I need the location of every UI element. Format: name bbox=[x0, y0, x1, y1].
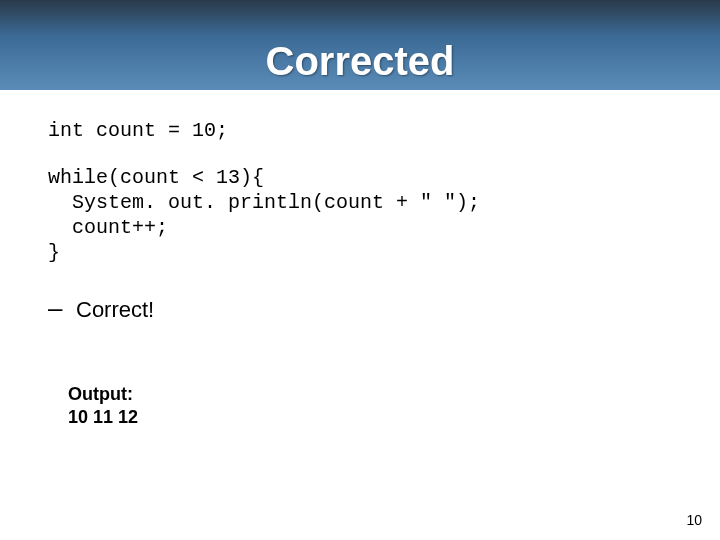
code-line-declaration: int count = 10; bbox=[48, 118, 672, 143]
bullet-text: Correct! bbox=[76, 297, 154, 323]
bullet-dash-icon: – bbox=[48, 295, 76, 321]
slide-header: Corrected bbox=[0, 0, 720, 90]
bullet-correct: – Correct! bbox=[48, 295, 672, 323]
output-values: 10 11 12 bbox=[68, 406, 672, 429]
code-block-while: while(count < 13){ System. out. println(… bbox=[48, 165, 672, 265]
slide-content: int count = 10; while(count < 13){ Syste… bbox=[0, 90, 720, 428]
slide-number: 10 bbox=[686, 512, 702, 528]
output-block: Output: 10 11 12 bbox=[68, 383, 672, 428]
output-label: Output: bbox=[68, 383, 672, 406]
slide-title: Corrected bbox=[266, 39, 455, 84]
